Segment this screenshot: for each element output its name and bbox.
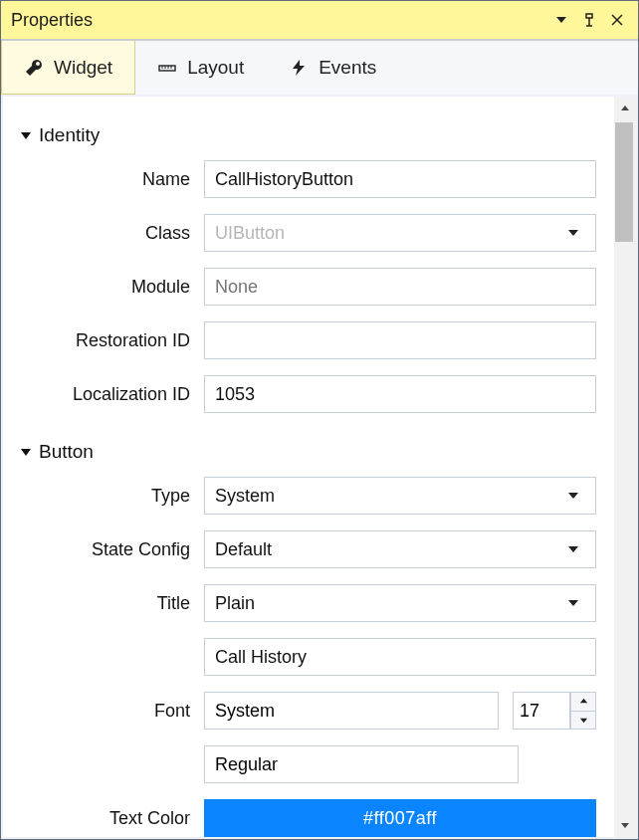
section-identity[interactable]: Identity <box>19 124 596 146</box>
section-button-label: Button <box>39 441 94 463</box>
state-select[interactable]: Default <box>204 530 596 568</box>
localization-input[interactable] <box>204 375 596 413</box>
type-select[interactable]: System <box>204 477 596 515</box>
autohide-icon[interactable] <box>578 9 600 31</box>
scroll-up-icon[interactable] <box>615 99 635 118</box>
row-localization-id: Localization ID <box>15 375 596 413</box>
textcolor-swatch[interactable]: #ff007aff <box>204 799 596 837</box>
svg-marker-23 <box>621 823 629 828</box>
row-restoration-id: Restoration ID <box>15 321 596 359</box>
state-label: State Config <box>15 539 204 560</box>
svg-marker-14 <box>21 449 31 456</box>
collapse-icon <box>19 445 33 459</box>
svg-rect-6 <box>159 66 175 71</box>
title-input[interactable] <box>204 638 596 676</box>
panel-title: Properties <box>11 10 544 31</box>
svg-marker-13 <box>568 230 578 236</box>
svg-marker-11 <box>293 60 305 76</box>
tab-layout-label: Layout <box>187 57 244 79</box>
font-size-down[interactable] <box>570 711 596 731</box>
tab-widget[interactable]: Widget <box>1 41 135 95</box>
scrollbar-thumb[interactable] <box>615 122 633 242</box>
name-label: Name <box>15 169 204 190</box>
close-icon[interactable] <box>606 9 628 31</box>
state-value: Default <box>215 539 272 560</box>
tab-layout[interactable]: Layout <box>135 41 267 95</box>
section-identity-label: Identity <box>39 124 100 146</box>
svg-rect-1 <box>586 14 592 18</box>
svg-marker-20 <box>579 718 586 723</box>
lightning-icon <box>289 58 309 78</box>
font-label: Font <box>15 701 204 722</box>
class-select[interactable]: UIButton <box>204 214 596 252</box>
ruler-icon <box>157 58 177 78</box>
chevron-down-icon <box>561 543 585 555</box>
wrench-icon <box>24 58 44 78</box>
window-options-icon[interactable] <box>550 9 572 31</box>
tab-events-label: Events <box>319 57 376 79</box>
font-family-value: System <box>215 701 275 722</box>
class-value: UIButton <box>215 223 285 244</box>
textcolor-label: Text Color <box>15 808 204 829</box>
row-module: Module <box>15 268 596 306</box>
content-area: Identity Name Class UIButton Module Rest… <box>3 97 636 837</box>
svg-marker-17 <box>568 600 578 606</box>
svg-marker-19 <box>579 699 586 704</box>
row-state-config: State Config Default <box>15 530 596 568</box>
restoration-label: Restoration ID <box>15 330 204 351</box>
module-input[interactable] <box>204 268 596 306</box>
chevron-down-icon <box>561 597 585 609</box>
tabs: Widget Layout Events <box>1 41 638 95</box>
tab-widget-label: Widget <box>54 57 112 79</box>
row-title-mode: Title Plain <box>15 584 596 622</box>
row-class: Class UIButton <box>15 214 596 252</box>
row-name: Name <box>15 160 596 198</box>
restoration-input[interactable] <box>204 321 596 359</box>
font-size-input[interactable] <box>513 692 570 730</box>
row-type: Type System <box>15 477 596 515</box>
tab-events[interactable]: Events <box>267 41 399 95</box>
vertical-scrollbar[interactable] <box>614 97 636 837</box>
chevron-down-icon <box>561 227 585 239</box>
row-title-value <box>15 638 596 676</box>
row-font: Font System <box>15 692 596 730</box>
svg-marker-15 <box>568 493 578 499</box>
font-weight-select[interactable]: Regular <box>204 745 519 783</box>
title-mode-select[interactable]: Plain <box>204 584 596 622</box>
font-size-up[interactable] <box>570 692 596 711</box>
type-label: Type <box>15 486 204 507</box>
scroll-down-icon[interactable] <box>615 815 635 835</box>
font-family-select[interactable]: System <box>204 692 499 730</box>
svg-marker-0 <box>556 17 566 23</box>
titlebar: Properties <box>1 1 638 41</box>
chevron-down-icon <box>561 490 585 502</box>
class-label: Class <box>15 223 204 244</box>
property-scroll: Identity Name Class UIButton Module Rest… <box>3 97 614 837</box>
row-font-weight: Regular <box>15 745 596 783</box>
title-label: Title <box>15 593 204 614</box>
title-mode-value: Plain <box>215 593 255 614</box>
localization-label: Localization ID <box>15 384 204 405</box>
name-input[interactable] <box>204 160 596 198</box>
svg-marker-22 <box>621 105 629 110</box>
font-weight-value: Regular <box>215 754 278 775</box>
type-value: System <box>215 486 275 507</box>
section-button[interactable]: Button <box>19 441 596 463</box>
svg-marker-12 <box>21 132 31 139</box>
row-text-color: Text Color #ff007aff <box>15 799 596 837</box>
svg-marker-16 <box>568 546 578 552</box>
collapse-icon <box>19 128 33 142</box>
module-label: Module <box>15 277 204 298</box>
